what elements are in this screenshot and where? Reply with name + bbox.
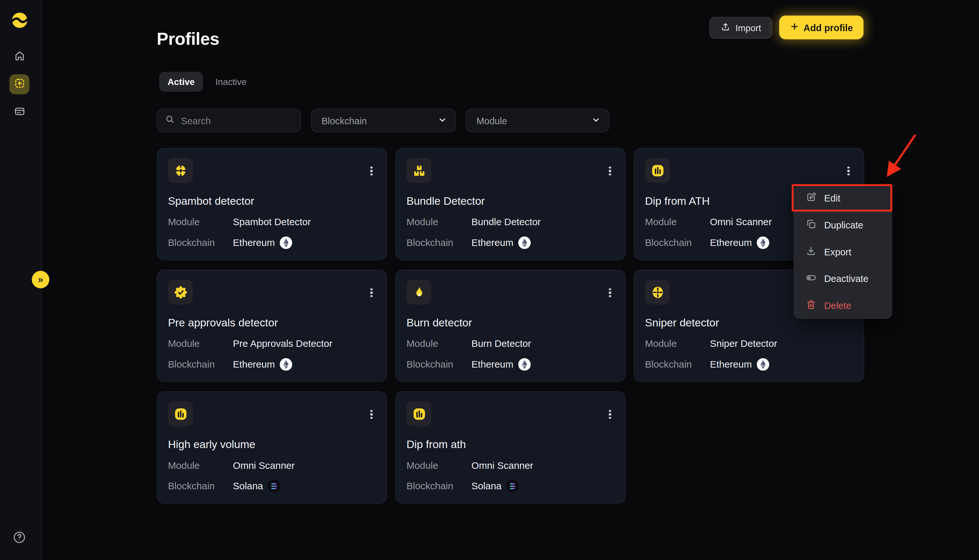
profile-title: Sniper detector <box>645 316 719 329</box>
blockchain-value: Ethereum <box>710 358 769 370</box>
ethereum-icon <box>519 358 531 370</box>
sidebar-item-home[interactable] <box>9 47 30 67</box>
sidebar-expand-button[interactable]: » <box>32 271 49 288</box>
page-title: Profiles <box>157 29 219 49</box>
card-icon <box>13 105 25 119</box>
menu-item-duplicate[interactable]: Duplicate <box>794 212 892 238</box>
help-button[interactable] <box>12 530 26 544</box>
ethereum-icon <box>519 237 531 249</box>
edit-icon <box>806 192 817 205</box>
ethereum-icon <box>280 237 292 249</box>
app-logo-icon[interactable] <box>11 12 29 30</box>
ethereum-icon <box>757 237 769 249</box>
blockchain-value: Ethereum <box>233 358 292 370</box>
annotation-arrow <box>876 127 924 187</box>
ethereum-icon <box>757 358 769 370</box>
search-input[interactable] <box>180 115 293 127</box>
card-menu-button[interactable] <box>841 162 857 180</box>
profile-title: Dip from ATH <box>645 195 710 208</box>
profile-title: Pre approvals detector <box>168 316 278 329</box>
module-label: Module <box>168 338 233 350</box>
blockchain-label: Blockchain <box>168 237 233 248</box>
menu-item-delete[interactable]: Delete <box>794 292 892 319</box>
module-filter-dropdown[interactable]: Module <box>466 109 609 132</box>
card-menu-button[interactable] <box>363 405 379 424</box>
search-field[interactable] <box>157 109 301 132</box>
blockchain-label: Blockchain <box>406 237 471 248</box>
home-icon <box>13 50 25 63</box>
module-value: Burn Detector <box>471 338 531 350</box>
blockchain-value: Ethereum <box>710 237 769 249</box>
flame-icon <box>406 280 431 305</box>
card-menu-button[interactable] <box>363 283 379 302</box>
profile-card[interactable]: Bundle Detector Module Bundle Detector B… <box>395 148 626 260</box>
question-icon <box>12 537 26 546</box>
module-value: Pre Approvals Detector <box>233 338 332 350</box>
blockchain-value: Ethereum <box>233 237 292 249</box>
card-menu-button[interactable] <box>602 162 618 180</box>
profile-card[interactable]: Burn detector Module Burn Detector Block… <box>395 270 626 382</box>
menu-item-export[interactable]: Export <box>794 238 892 265</box>
module-label: Module <box>645 217 710 228</box>
module-label: Module <box>406 217 471 228</box>
blockchain-label: Blockchain <box>645 237 710 248</box>
tab-inactive[interactable]: Inactive <box>207 72 255 92</box>
card-menu-button[interactable] <box>602 283 618 302</box>
module-label: Module <box>406 338 471 350</box>
copy-icon <box>806 218 817 231</box>
module-value: Omni Scanner <box>233 460 295 472</box>
module-value: Omni Scanner <box>471 460 533 472</box>
bundle-icon <box>406 158 431 183</box>
menu-item-deactivate[interactable]: Deactivate <box>794 265 892 292</box>
solana-icon <box>268 480 280 492</box>
blockchain-label: Blockchain <box>406 359 471 370</box>
scan-plus-icon <box>13 78 25 91</box>
tab-active[interactable]: Active <box>159 72 203 92</box>
import-button[interactable]: Import <box>709 17 772 38</box>
profile-card[interactable]: Dip from ath Module Omni Scanner Blockch… <box>395 391 626 503</box>
sidebar-item-wallet[interactable] <box>9 102 30 122</box>
blockchain-value: Solana <box>233 480 280 492</box>
profile-title: Dip from ath <box>406 438 466 451</box>
module-value: Sniper Detector <box>710 338 777 350</box>
blockchain-label: Blockchain <box>645 359 710 370</box>
menu-item-edit[interactable]: Edit <box>794 185 892 212</box>
profile-card[interactable]: Spambot detector Module Spambot Detector… <box>157 148 387 260</box>
module-value: Omni Scanner <box>710 217 772 228</box>
module-value: Bundle Detector <box>471 217 541 228</box>
sniper-icon <box>645 280 670 305</box>
card-context-menu: Edit Duplicate Export Deactivate Delete <box>794 185 892 319</box>
blockchain-value: Ethereum <box>471 358 531 370</box>
solana-icon <box>506 480 519 492</box>
crosshair-icon <box>168 158 193 183</box>
blockchain-filter-dropdown[interactable]: Blockchain <box>311 109 456 132</box>
card-menu-button[interactable] <box>363 162 379 180</box>
ethereum-icon <box>280 358 292 370</box>
bar-chart-icon <box>406 401 431 426</box>
profiles-grid: Spambot detector Module Spambot Detector… <box>157 148 869 503</box>
profile-title: Bundle Detector <box>406 195 485 208</box>
profiles-page: » Profiles Import Add profile Active Ina… <box>0 0 979 560</box>
module-label: Module <box>645 338 710 350</box>
blockchain-label: Blockchain <box>168 359 233 370</box>
blockchain-label: Blockchain <box>168 480 233 492</box>
toggle-icon <box>806 272 817 285</box>
blockchain-value: Ethereum <box>471 237 531 249</box>
module-label: Module <box>406 460 471 472</box>
add-profile-button[interactable]: Add profile <box>779 15 864 39</box>
badge-check-icon <box>168 280 193 305</box>
module-label: Module <box>168 460 233 472</box>
profile-card[interactable]: Pre approvals detector Module Pre Approv… <box>157 270 387 382</box>
chevrons-right-icon: » <box>38 275 43 284</box>
profile-title: Burn detector <box>406 316 472 329</box>
bar-chart-icon <box>645 158 670 183</box>
chevron-down-icon <box>592 115 600 126</box>
card-menu-button[interactable] <box>602 405 618 424</box>
download-icon <box>806 245 817 258</box>
module-label: Module <box>168 217 233 228</box>
module-value: Spambot Detector <box>233 217 311 228</box>
profile-card[interactable]: High early volume Module Omni Scanner Bl… <box>157 391 387 503</box>
sidebar-item-profiles[interactable] <box>9 74 30 94</box>
blockchain-value: Solana <box>471 480 519 492</box>
trash-icon <box>806 299 817 312</box>
